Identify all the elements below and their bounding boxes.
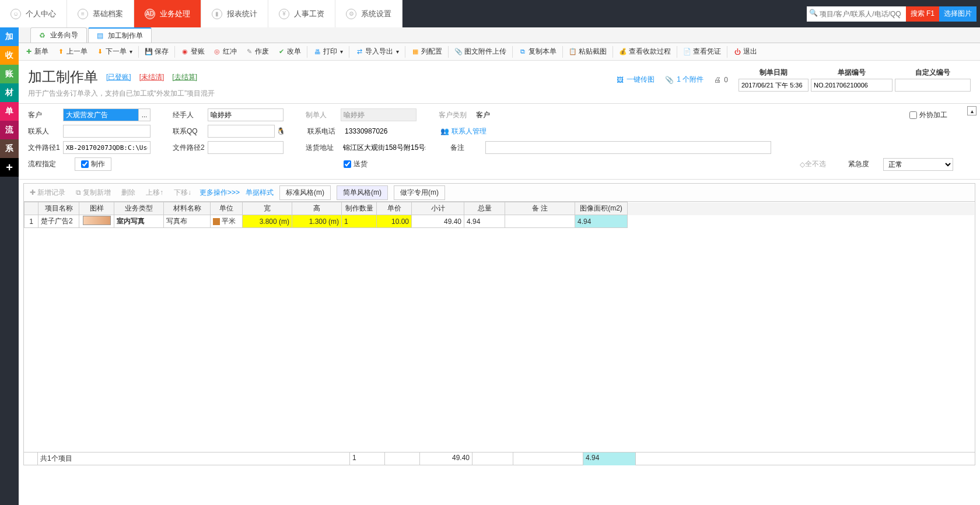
- col-biztype[interactable]: 业务类型: [114, 202, 164, 215]
- input-addr[interactable]: [341, 141, 428, 154]
- col-unit[interactable]: 单位: [211, 202, 243, 215]
- nav-business[interactable]: AD业务处理: [134, 0, 201, 27]
- input-path1[interactable]: [63, 141, 150, 154]
- btn-view-payment[interactable]: 💰查看收款过程: [615, 45, 674, 58]
- side-add[interactable]: +: [0, 158, 19, 177]
- col-height[interactable]: 高: [292, 202, 342, 215]
- col-subtotal[interactable]: 小计: [412, 202, 464, 215]
- tab-production-order[interactable]: ▤加工制作单: [88, 27, 152, 43]
- pick-image-button[interactable]: 选择图片: [939, 6, 977, 22]
- select-urgency[interactable]: 正常: [883, 158, 953, 171]
- input-phone[interactable]: [342, 125, 418, 138]
- btn-next[interactable]: ⬇下一单: [92, 45, 136, 58]
- data-grid[interactable]: 项目名称 图样 业务类型 材料名称 单位 宽 高 制作数量 单价 小计 总量 备…: [23, 202, 975, 453]
- checkbox-outsource[interactable]: 外协加工: [909, 110, 947, 120]
- input-qq[interactable]: [208, 125, 275, 138]
- cell-height[interactable]: 1.300 (m): [292, 215, 342, 228]
- btn-void[interactable]: ✎作废: [242, 45, 272, 58]
- meta-custom-input[interactable]: [895, 79, 971, 92]
- nav-archives[interactable]: ≡基础档案: [67, 0, 134, 27]
- link-bill-style[interactable]: 单据样式: [246, 188, 274, 198]
- checkbox-deliver[interactable]: 送货: [344, 159, 368, 169]
- col-remark[interactable]: 备 注: [505, 202, 575, 215]
- cell-name[interactable]: 楚子广告2: [38, 215, 79, 228]
- print-count[interactable]: 🖨0: [714, 76, 728, 84]
- link-attachments[interactable]: 📎1 个附件: [665, 75, 704, 85]
- btn-save[interactable]: 💾保存: [141, 45, 172, 58]
- col-price[interactable]: 单价: [377, 202, 412, 215]
- input-customer[interactable]: [63, 108, 139, 121]
- side-jia[interactable]: 加: [0, 27, 19, 46]
- cell-price[interactable]: 10.00: [377, 215, 412, 228]
- link-more-ops[interactable]: 更多操作>>>: [200, 188, 240, 198]
- cell-biztype[interactable]: 室内写真: [114, 215, 164, 228]
- style-simple[interactable]: 简单风格(m): [337, 185, 388, 200]
- col-area[interactable]: 图像面积(m2): [575, 202, 628, 215]
- btn-view-voucher[interactable]: 📄查看凭证: [680, 45, 724, 58]
- link-upload-img[interactable]: 🖼一键传图: [617, 75, 654, 85]
- col-total[interactable]: 总量: [464, 202, 505, 215]
- nav-hr[interactable]: ¥人事工资: [268, 0, 335, 27]
- cell-remark[interactable]: [505, 215, 575, 228]
- collapse-button[interactable]: ▴: [967, 106, 977, 115]
- btn-columns[interactable]: ▦列配置: [408, 45, 446, 58]
- input-handler[interactable]: [208, 108, 284, 121]
- cell-qty[interactable]: 1: [342, 215, 377, 228]
- btn-new[interactable]: ✚新单: [21, 45, 52, 58]
- qq-icon[interactable]: 🐧: [276, 127, 285, 135]
- side-shou[interactable]: 收: [0, 46, 19, 65]
- btn-import-export[interactable]: ⇄导入导出: [352, 45, 402, 58]
- btn-copy-new[interactable]: ⧉复制新增: [74, 187, 113, 199]
- btn-attachments[interactable]: 📎图文附件上传: [451, 45, 510, 58]
- cell-width[interactable]: 3.800 (m): [243, 215, 292, 228]
- side-xi[interactable]: 系: [0, 139, 19, 158]
- link-contact-mgmt[interactable]: 联系人管理: [452, 127, 487, 136]
- col-qty[interactable]: 制作数量: [342, 202, 377, 215]
- col-thumb[interactable]: 图样: [79, 202, 114, 215]
- btn-post[interactable]: ◉登账: [177, 45, 208, 58]
- input-remark[interactable]: [485, 141, 771, 154]
- input-path2[interactable]: [208, 141, 284, 154]
- btn-move-down[interactable]: 下移↓: [172, 187, 194, 199]
- cell-material[interactable]: 写真布: [164, 215, 211, 228]
- btn-print[interactable]: 🖶打印: [310, 45, 346, 58]
- col-material[interactable]: 材料名称: [164, 202, 211, 215]
- table-row[interactable]: 1 楚子广告2 室内写真 写真布 平米 3.800 (m) 1.300 (m) …: [24, 215, 975, 228]
- btn-prev[interactable]: ⬆上一单: [53, 45, 91, 58]
- tab-wizard[interactable]: ♻业务向导: [30, 27, 87, 43]
- cell-unit[interactable]: 平米: [211, 215, 243, 228]
- clip-icon: 📎: [454, 48, 463, 56]
- status-posted[interactable]: [已登账]: [106, 72, 131, 82]
- btn-paste-img[interactable]: 📋粘贴截图: [565, 45, 610, 58]
- side-zhang[interactable]: 账: [0, 65, 19, 83]
- btn-reverse[interactable]: ◎红冲: [209, 45, 240, 58]
- btn-move-up[interactable]: 上移↑: [144, 187, 166, 199]
- input-contact[interactable]: [63, 125, 150, 138]
- btn-copy[interactable]: ⧉复制本单: [515, 45, 560, 58]
- meta-date-input[interactable]: [738, 79, 808, 92]
- nav-reports[interactable]: ▮报表统计: [201, 0, 268, 27]
- btn-edit[interactable]: ✔改单: [274, 45, 304, 58]
- btn-exit[interactable]: ⏻退出: [730, 45, 761, 58]
- nav-personal[interactable]: ☺个人中心: [0, 0, 67, 27]
- nav-settings[interactable]: ⚙系统设置: [335, 0, 402, 27]
- btn-add-record[interactable]: ✚新增记录: [27, 187, 68, 199]
- search-button[interactable]: 搜索 F1: [906, 6, 939, 22]
- style-font[interactable]: 做字专用(m): [394, 185, 445, 200]
- global-search-input[interactable]: [807, 6, 906, 22]
- col-idx[interactable]: [24, 202, 38, 215]
- status-settle[interactable]: [去结算]: [172, 72, 197, 82]
- style-standard[interactable]: 标准风格(m): [279, 185, 331, 200]
- cell-thumb[interactable]: [79, 215, 114, 228]
- side-cai[interactable]: 材: [0, 83, 19, 102]
- col-width[interactable]: 宽: [243, 202, 292, 215]
- status-unsettled[interactable]: [未结清]: [139, 72, 164, 82]
- customer-picker[interactable]: …: [139, 108, 150, 121]
- side-dan[interactable]: 单: [0, 102, 19, 121]
- btn-delete[interactable]: 删除: [119, 187, 138, 199]
- side-liu[interactable]: 流: [0, 121, 19, 139]
- col-name[interactable]: 项目名称: [38, 202, 79, 215]
- checkbox-make[interactable]: 制作: [81, 159, 105, 169]
- deselect-all[interactable]: 全不选: [805, 159, 826, 169]
- meta-no-input[interactable]: [811, 79, 892, 92]
